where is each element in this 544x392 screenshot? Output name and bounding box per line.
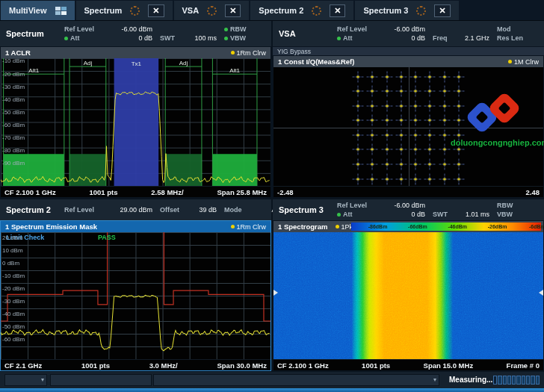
constellation-point	[439, 144, 450, 155]
constellation-point	[395, 71, 407, 82]
aclr-titlebar[interactable]: 1 ACLR 1Rm Clrw	[1, 47, 271, 58]
constellation-point	[367, 129, 378, 140]
footer-readout[interactable]: 1001 pts	[89, 188, 117, 196]
setting-mod[interactable]: Mod64QAM	[497, 25, 544, 33]
channel-label: Tx1	[132, 60, 141, 67]
footer-readout[interactable]: CF 2.100 1 GHz	[4, 188, 56, 196]
constellation-point	[410, 158, 421, 169]
setting-offset[interactable]: Offset39 dB	[160, 206, 217, 214]
close-icon[interactable]: ✕	[225, 4, 241, 17]
spectrum3-settings: Ref Level-6.00 dBmRBW200 kHzAtt0 dBSWT1.…	[337, 199, 544, 220]
footer-readout[interactable]: 3.0 MHz/	[149, 361, 178, 370]
setting-label: Freq	[433, 34, 448, 42]
aclr-plot[interactable]: -10 dBm-20 dBm-30 dBm-40 dBm-50 dBm-60 d…	[1, 58, 271, 186]
setting-label: SWT	[160, 34, 175, 42]
setting-value: 0 dB	[411, 34, 425, 42]
measuring-label: Measuring...	[449, 376, 492, 384]
tab-vsa[interactable]: VSA✕	[174, 1, 250, 20]
setting-ref-level[interactable]: Ref Level-6.00 dBm	[337, 202, 425, 209]
footer-readout[interactable]: CF 2.100 1 GHz	[277, 361, 329, 370]
close-icon[interactable]: ✕	[434, 4, 450, 17]
status-bar: ▾ ▾ Measuring...	[0, 371, 544, 389]
setting-swt[interactable]: SWT1.01 ms	[433, 211, 489, 218]
constellation-point	[439, 158, 450, 169]
spectrogram-plot[interactable]	[273, 232, 543, 359]
setting-ref-level[interactable]: Ref Level-6.00 dBm	[337, 25, 425, 33]
tab-spectrum-3[interactable]: Spectrum 3✕	[355, 1, 458, 20]
setting-freq[interactable]: Freq2.1 GHz	[433, 34, 489, 42]
progress-bar	[493, 376, 540, 385]
status-field-mid[interactable]	[50, 374, 152, 386]
constellation-point	[439, 86, 450, 97]
setting-res-len[interactable]: Res Len800	[497, 34, 544, 42]
setting-value: 2.1 GHz	[465, 34, 489, 42]
footer-readout[interactable]: CF 2.1 GHz	[4, 361, 42, 370]
pane-title: Spectrum	[6, 29, 44, 38]
constellation-point	[381, 115, 392, 126]
status-readout[interactable]: ▾	[153, 374, 439, 386]
tab-multiview[interactable]: MultiView	[1, 1, 75, 20]
setting-ref-level[interactable]: Ref Level29.00 dBm	[64, 206, 152, 214]
constellation-point	[352, 71, 363, 82]
vsa-header[interactable]: VSA Ref Level-6.00 dBmMod64QAMSR3.84 MHz…	[273, 21, 544, 46]
close-icon[interactable]: ✕	[148, 4, 164, 17]
progress-segment	[493, 376, 497, 385]
window-title: 1 Spectrum Emission Mask	[5, 223, 97, 231]
tab-label: MultiView	[9, 6, 47, 15]
constellation-point	[395, 100, 407, 111]
constellation-point	[439, 71, 450, 82]
trace-dot-icon	[508, 60, 512, 63]
spectrum3-header[interactable]: Spectrum 3 Ref Level-6.00 dBmRBW200 kHzA…	[273, 199, 544, 220]
y-tick-label: -80 dBm	[2, 147, 25, 154]
constellation-point	[424, 100, 436, 111]
setting-ref-level[interactable]: Ref Level-6.00 dBm	[64, 25, 152, 33]
sem-plot[interactable]: Limit Check PASS 20 dBm10 dBm0 dBm-10 dB…	[1, 232, 271, 359]
aclr-y-axis: -10 dBm-20 dBm-30 dBm-40 dBm-50 dBm-60 d…	[1, 58, 271, 186]
setting-value: -6.00 dBm	[121, 25, 152, 33]
setting-label: Ref Level	[337, 202, 367, 209]
status-field-small[interactable]: ▾	[4, 374, 47, 386]
footer-readout[interactable]: Frame # 0	[507, 361, 540, 370]
setting-value: -6.00 dBm	[394, 25, 425, 33]
setting-att[interactable]: Att0 dB	[64, 34, 152, 42]
setting-value: 100 ms	[194, 34, 217, 42]
footer-readout[interactable]: Span 30.0 MHz	[217, 361, 267, 370]
setting-label: Att	[64, 34, 80, 42]
tab-spectrum-2[interactable]: Spectrum 2✕	[250, 1, 353, 20]
setting-swt[interactable]: SWT100 ms	[160, 34, 217, 42]
channel-label: Adj	[84, 60, 93, 66]
spectrum-header[interactable]: Spectrum Ref Level-6.00 dBmRBW30 kHzAtt0…	[0, 21, 271, 46]
constellation-point	[410, 129, 421, 140]
footer-readout[interactable]: Span 25.8 MHz	[217, 188, 267, 196]
constellation-point	[439, 100, 450, 111]
spectrogram-titlebar[interactable]: 1 Spectrogram 1Pk Clrw -86dBm-66dBm-46dB…	[273, 221, 543, 232]
sem-titlebar[interactable]: 1 Spectrum Emission Mask 1Rm Clrw	[1, 221, 271, 232]
footer-readout[interactable]: Span 15.0 MHz	[424, 361, 474, 370]
footer-readout[interactable]: 2.58 MHz/	[151, 188, 183, 196]
constellation-point	[367, 115, 378, 126]
setting-label: Res Len	[497, 34, 523, 42]
yig-bypass-bar: YIG Bypass	[273, 46, 544, 55]
setting-vbw[interactable]: VBW200 kHz	[497, 211, 544, 218]
footer-readout[interactable]: 1001 pts	[81, 361, 110, 370]
constellation-point	[381, 144, 392, 155]
setting-att[interactable]: Att0 dB	[337, 211, 425, 218]
constellation-point	[352, 144, 363, 155]
close-icon[interactable]: ✕	[330, 4, 345, 17]
footer-readout[interactable]: 1001 pts	[362, 361, 390, 370]
setting-label: Ref Level	[64, 25, 94, 33]
pane-spectrum: Spectrum Ref Level-6.00 dBmRBW30 kHzAtt0…	[0, 21, 271, 198]
pane-spectrum3: Spectrum 3 Ref Level-6.00 dBmRBW200 kHzA…	[273, 199, 544, 371]
y-tick-label: -20 dBm	[2, 70, 25, 77]
constellation-plot[interactable]	[273, 67, 543, 186]
setting-att[interactable]: Att0 dB	[337, 34, 425, 42]
setting-label: VBW	[224, 34, 246, 42]
constellation-point	[352, 129, 363, 140]
tab-spectrum[interactable]: Spectrum✕	[76, 1, 173, 20]
spectrum2-header[interactable]: Spectrum 2 Ref Level29.00 dBmOffset39 dB…	[0, 199, 271, 220]
constellation-titlebar[interactable]: 1 Const I/Q(Meas&Ref) 1M Clrw	[273, 56, 543, 67]
y-tick-label: -40 dBm	[2, 96, 25, 102]
progress-segment	[536, 376, 540, 385]
spectrum-settings: Ref Level-6.00 dBmRBW30 kHzAtt0 dBSWT100…	[64, 21, 271, 46]
setting-rbw[interactable]: RBW200 kHz	[497, 202, 544, 209]
